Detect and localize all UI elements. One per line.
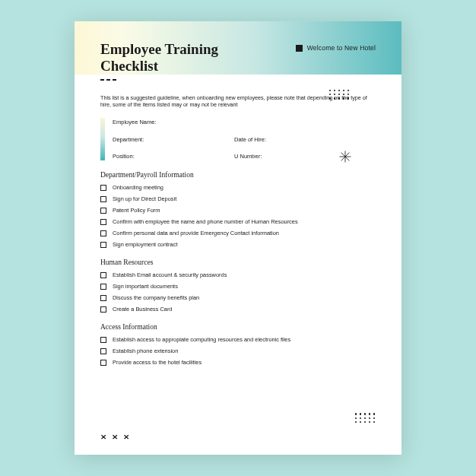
checkbox[interactable] [100, 219, 106, 225]
item-label: Sign important documents [113, 283, 178, 290]
checklist-item: Discuss the company benefits plan [100, 294, 376, 301]
checklist-item: Onboarding meeting [100, 184, 376, 191]
employee-info: Employee Name: Department: Date of Hire:… [100, 118, 376, 160]
section-title: Human Resources [100, 259, 376, 266]
checkbox[interactable] [100, 284, 106, 290]
gradient-bar [100, 118, 105, 160]
item-label: Confirm with employee the name and phone… [113, 218, 298, 225]
checklist-item: Patent Policy Form [100, 207, 376, 214]
checkbox[interactable] [100, 242, 106, 248]
section-access-information: Access Information Establish access to a… [100, 323, 376, 366]
dot-grid-top [329, 90, 350, 100]
item-label: Establish Email account & security passw… [113, 271, 227, 278]
item-label: Onboarding meeting [113, 184, 163, 191]
item-label: Discuss the company benefits plan [113, 294, 199, 301]
position-label: Position: [113, 153, 234, 160]
dot-grid-bottom [355, 413, 376, 423]
item-label: Establish phone extension [113, 347, 178, 354]
checklist-item: Confirm with employee the name and phone… [100, 218, 376, 225]
item-label: Sign up for Direct Deposit [113, 195, 176, 202]
item-label: Confirm personal data and provide Emerge… [113, 230, 279, 236]
checkbox[interactable] [100, 272, 106, 278]
u-number-label: U Number: [234, 153, 262, 160]
section-department-payroll: Department/Payroll Information Onboardin… [100, 171, 376, 248]
document-page: Employee Training Checklist Welcome to N… [75, 21, 401, 455]
checklist-item: Provide access to the hotel facilities [100, 359, 376, 366]
checkbox[interactable] [100, 208, 106, 214]
square-icon [296, 45, 303, 52]
checklist-item: Sign up for Direct Deposit [100, 195, 376, 202]
checkbox[interactable] [100, 185, 106, 191]
item-label: Sign employment contract [113, 241, 177, 248]
cross-icon: ✕ [100, 433, 107, 441]
hire-date-label: Date of Hire: [234, 136, 266, 143]
cross-decor: ✕ ✕ ✕ [100, 433, 129, 441]
dash-decor [100, 79, 376, 81]
cross-icon: ✕ [112, 433, 119, 441]
checklist-item: Create a Business Card [100, 306, 376, 313]
asterisk-icon [338, 149, 353, 167]
section-title: Department/Payroll Information [100, 171, 376, 179]
checklist-item: Confirm personal data and provide Emerge… [100, 230, 376, 236]
welcome-text: Welcome to New Hotel [307, 44, 376, 52]
department-label: Department: [113, 136, 234, 143]
cross-icon: ✕ [123, 433, 130, 441]
item-label: Patent Policy Form [113, 207, 160, 214]
employee-name-label: Employee Name: [113, 119, 234, 125]
item-label: Establish access to appropiate computing… [113, 336, 290, 343]
page-title: Employee Training Checklist [100, 41, 245, 75]
section-human-resources: Human Resources Establish Email account … [100, 259, 376, 313]
welcome-box: Welcome to New Hotel [296, 44, 376, 52]
checkbox[interactable] [100, 295, 106, 301]
checkbox[interactable] [100, 348, 106, 354]
checkbox[interactable] [100, 306, 106, 313]
header: Employee Training Checklist Welcome to N… [100, 41, 376, 75]
checklist-item: Sign employment contract [100, 241, 376, 248]
item-label: Create a Business Card [113, 306, 172, 313]
checkbox[interactable] [100, 196, 106, 202]
content-area: Employee Training Checklist Welcome to N… [100, 41, 376, 366]
checklist-item: Establish phone extension [100, 347, 376, 354]
info-rows: Employee Name: Department: Date of Hire:… [113, 118, 376, 160]
checklist-item: Sign important documents [100, 283, 376, 290]
checkbox[interactable] [100, 230, 106, 236]
section-title: Access Information [100, 323, 376, 331]
checkbox[interactable] [100, 360, 106, 366]
item-label: Provide access to the hotel facilities [113, 359, 202, 366]
checkbox[interactable] [100, 337, 106, 343]
checklist-item: Establish access to appropiate computing… [100, 336, 376, 343]
checklist-item: Establish Email account & security passw… [100, 271, 376, 278]
